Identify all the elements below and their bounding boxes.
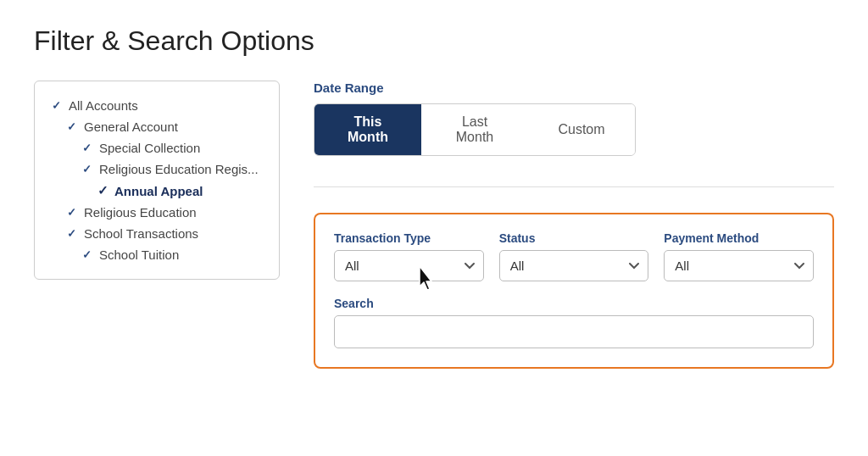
sidebar-item-label-religious-education: Religious Education [84,205,197,220]
checkmark-icon-all-accounts: ✓ [52,99,64,112]
search-label: Search [334,297,814,310]
payment-method-select[interactable]: All Credit Card ACH Cash Check [664,250,814,281]
custom-button[interactable]: Custom [528,104,635,155]
sidebar-item-label-school-transactions: School Transactions [84,226,198,241]
checkmark-icon-general-account: ✓ [67,120,79,133]
filter-dropdowns-row: Transaction Type All Donation Payment Re… [334,231,814,281]
transaction-type-group: Transaction Type All Donation Payment Re… [334,231,484,281]
sidebar-item-label-all-accounts: All Accounts [69,98,138,113]
checkmark-icon-annual-appeal: ✓ [97,183,109,198]
filter-search-box: Transaction Type All Donation Payment Re… [314,213,834,369]
account-tree-sidebar: ✓All Accounts✓General Account✓Special Co… [34,81,280,280]
payment-method-label: Payment Method [664,231,814,245]
page-title: Filter & Search Options [34,25,834,57]
sidebar-item-label-special-collection: Special Collection [99,141,200,155]
sidebar-item-label-school-tuition: School Tuition [99,247,179,262]
date-range-buttons: This Month Last Month Custom [314,103,636,156]
sidebar-item-religious-edu-regis[interactable]: ✓Religious Education Regis... [82,158,262,180]
checkmark-icon-religious-edu-regis: ✓ [82,163,94,175]
sidebar-item-general-account[interactable]: ✓General Account [67,116,262,137]
transaction-type-select[interactable]: All Donation Payment Refund [334,250,484,281]
search-input[interactable] [334,315,814,348]
date-range-section: Date Range This Month Last Month Custom [314,81,834,156]
payment-method-group: Payment Method All Credit Card ACH Cash … [664,231,814,281]
sidebar-item-label-annual-appeal: Annual Appeal [114,184,203,198]
checkmark-icon-school-transactions: ✓ [67,227,79,240]
sidebar-item-school-transactions[interactable]: ✓School Transactions [67,223,262,244]
sidebar-item-all-accounts[interactable]: ✓All Accounts [52,95,262,116]
status-group: Status All Pending Completed Failed [499,231,649,281]
transaction-type-wrapper: All Donation Payment Refund [334,250,484,281]
this-month-button[interactable]: This Month [314,104,421,155]
status-label: Status [499,231,649,245]
transaction-type-label: Transaction Type [334,231,484,245]
sidebar-item-annual-appeal[interactable]: ✓Annual Appeal [97,180,262,202]
right-content: Date Range This Month Last Month Custom … [314,81,834,369]
sidebar-item-label-general-account: General Account [84,120,178,134]
checkmark-icon-religious-education: ✓ [67,206,79,219]
sidebar-item-special-collection[interactable]: ✓Special Collection [82,137,262,158]
last-month-button[interactable]: Last Month [421,104,528,155]
sidebar-item-school-tuition[interactable]: ✓School Tuition [82,244,262,265]
sidebar-item-label-religious-edu-regis: Religious Education Regis... [99,162,259,176]
status-select[interactable]: All Pending Completed Failed [499,250,649,281]
date-range-label: Date Range [314,81,834,95]
divider [314,186,834,187]
sidebar-item-religious-education[interactable]: ✓Religious Education [67,202,262,223]
main-layout: ✓All Accounts✓General Account✓Special Co… [34,81,834,369]
checkmark-icon-school-tuition: ✓ [82,248,94,261]
checkmark-icon-special-collection: ✓ [82,142,94,154]
search-group: Search [334,297,814,348]
